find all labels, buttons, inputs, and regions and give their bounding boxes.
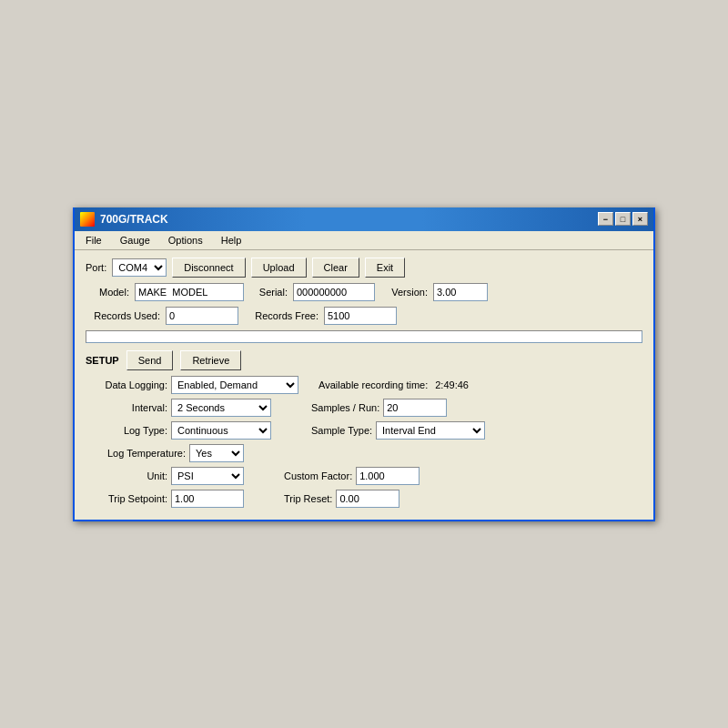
trip-reset-input[interactable] [336,490,399,508]
custom-factor-label: Custom Factor: [284,470,352,481]
setup-section-label: SETUP [86,355,119,366]
interval-label: Interval: [86,402,167,413]
setup-row-log-type: Log Type: Continuous Single Sample Type:… [86,421,642,440]
send-button[interactable]: Send [126,350,174,370]
port-label: Port: [86,262,106,273]
port-select[interactable]: COM4 [112,258,167,277]
log-temp-select[interactable]: Yes No [189,444,244,462]
setup-row-trip: Trip Setpoint: Trip Reset: [86,490,642,508]
minimize-button[interactable]: − [598,212,613,226]
content-area: Port: COM4 Disconnect Upload Clear Exit … [75,250,653,520]
menu-bar: File Gauge Options Help [75,231,653,250]
sample-type-select[interactable]: Interval End Average Min Max [376,421,485,440]
retrieve-button[interactable]: Retrieve [180,350,241,370]
menu-file[interactable]: File [78,233,109,248]
version-input[interactable] [433,283,488,301]
trip-setpoint-label: Trip Setpoint: [86,493,167,504]
log-temp-label: Log Temperature: [86,448,186,459]
main-window: 700G/TRACK − □ × File Gauge Options Help… [73,207,655,521]
maximize-button[interactable]: □ [615,212,631,226]
model-label: Model: [86,287,129,298]
close-button[interactable]: × [632,212,648,226]
clear-button[interactable]: Clear [312,258,359,278]
toolbar-row: Port: COM4 Disconnect Upload Clear Exit [86,258,642,278]
menu-gauge[interactable]: Gauge [113,233,157,248]
interval-select[interactable]: 1 Second 2 Seconds 5 Seconds 10 Seconds … [171,399,271,417]
trip-reset-label: Trip Reset: [284,493,332,504]
menu-help[interactable]: Help [214,233,249,248]
trip-setpoint-input[interactable] [171,490,244,508]
version-label: Version: [380,287,428,298]
window-title: 700G/TRACK [100,213,598,226]
setup-row-unit: Unit: PSI Bar kPa MPa Custom Custom Fact… [86,467,642,485]
model-input[interactable] [135,283,244,301]
available-time-value: 2:49:46 [435,379,469,390]
info-row-1: Model: Serial: Version: [86,283,642,301]
records-used-input[interactable] [166,307,238,325]
records-free-input[interactable] [324,307,397,325]
disconnect-button[interactable]: Disconnect [172,258,245,278]
progress-bar [86,330,642,343]
setup-row-interval: Interval: 1 Second 2 Seconds 5 Seconds 1… [86,399,642,417]
unit-select[interactable]: PSI Bar kPa MPa Custom [171,467,244,485]
setup-row-log-temp: Log Temperature: Yes No [86,444,642,462]
upload-button[interactable]: Upload [251,258,307,278]
serial-label: Serial: [249,287,288,298]
menu-options[interactable]: Options [161,233,210,248]
custom-factor-input[interactable] [356,467,420,485]
log-type-select[interactable]: Continuous Single [171,421,271,440]
setup-row-data-logging: Data Logging: Enabled, Demand Enabled, C… [86,376,642,394]
data-logging-label: Data Logging: [86,379,167,390]
setup-header-row: SETUP Send Retrieve [86,350,642,370]
data-logging-select[interactable]: Enabled, Demand Enabled, Continuous Disa… [171,376,298,394]
records-free-label: Records Free: [244,310,318,321]
serial-input[interactable] [293,283,375,301]
available-time-label: Available recording time: [318,379,428,390]
window-controls: − □ × [598,212,648,226]
unit-label: Unit: [86,470,167,481]
title-bar: 700G/TRACK − □ × [75,207,653,231]
exit-button[interactable]: Exit [365,258,405,278]
info-row-2: Records Used: Records Free: [86,307,642,325]
records-used-label: Records Used: [86,310,160,321]
samples-run-input[interactable] [383,399,447,417]
log-type-label: Log Type: [86,425,167,436]
app-icon [80,212,95,227]
sample-type-label: Sample Type: [311,425,372,436]
samples-run-label: Samples / Run: [311,402,379,413]
